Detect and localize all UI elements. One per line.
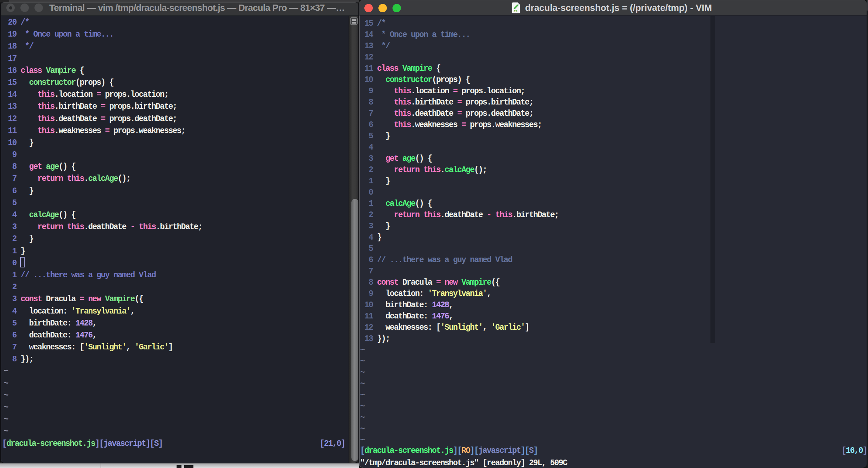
svg-text:JS: JS xyxy=(513,10,517,13)
